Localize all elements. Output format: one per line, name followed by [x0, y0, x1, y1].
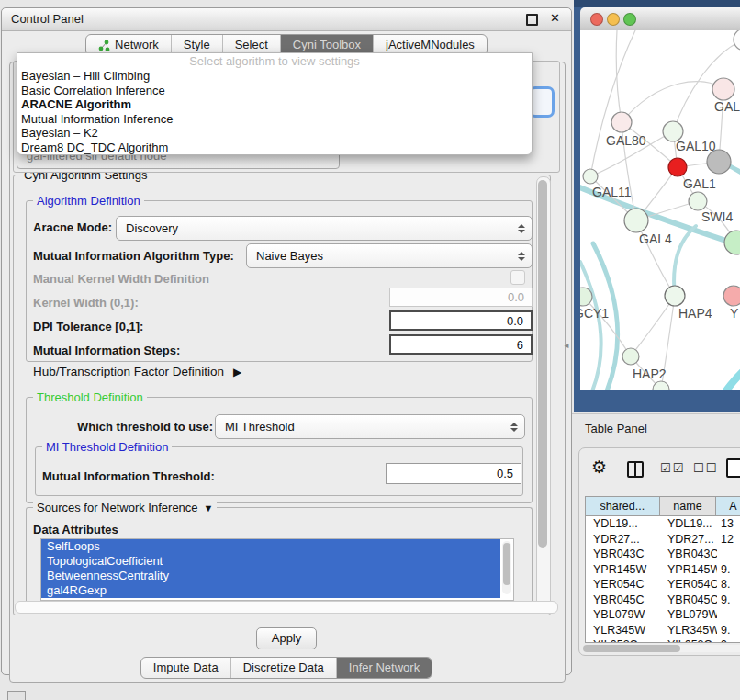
- node-label-gal80: GAL80: [606, 133, 646, 148]
- algorithm-option-dream8-dc-tdc-algorithm[interactable]: Dream8 DC_TDC Algorithm: [17, 141, 532, 155]
- table-cell: YBR045C: [660, 593, 717, 606]
- bottom-tab-discretize-data[interactable]: Discretize Data: [230, 658, 336, 678]
- unchecked-checkboxes-icon[interactable]: ☐☐: [693, 461, 718, 475]
- table-row[interactable]: YIL052CYIL052C9.: [586, 638, 740, 643]
- mi-threshold-definition-title: MI Threshold Definition: [42, 440, 172, 454]
- network-icon: [98, 40, 110, 51]
- algorithm-option-basic-correlation-inference[interactable]: Basic Correlation Inference: [17, 84, 532, 98]
- table-row[interactable]: YLR345WYLR345W9.: [586, 623, 740, 638]
- manual-kernel-checkbox[interactable]: [510, 270, 525, 285]
- node-label-swi4: SWI4: [701, 209, 733, 224]
- document-icon[interactable]: [726, 458, 740, 478]
- data-attributes-label: Data Attributes: [33, 523, 118, 536]
- network-node[interactable]: [624, 209, 648, 232]
- which-threshold-label: Which threshold to use:: [77, 420, 213, 434]
- table-cell: YBL079W: [660, 608, 717, 621]
- network-node[interactable]: [668, 158, 687, 176]
- column-header-name[interactable]: name: [660, 497, 717, 516]
- columns-icon[interactable]: [627, 461, 644, 478]
- mi-threshold-field[interactable]: 0.5: [386, 463, 521, 484]
- node-label-gal1: GAL1: [683, 176, 716, 191]
- aracne-mode-select[interactable]: Discovery: [116, 216, 533, 241]
- which-threshold-value: MI Threshold: [225, 420, 295, 434]
- network-node[interactable]: [689, 192, 707, 210]
- network-node[interactable]: [665, 286, 685, 306]
- network-node[interactable]: [724, 231, 740, 254]
- table-header-row: shared...nameA: [586, 497, 740, 516]
- table-horizontal-scrollbar[interactable]: [583, 645, 740, 652]
- attribute-item-gal4rgexp[interactable]: gal4RGexp: [41, 583, 500, 598]
- algorithm-option-bayesian-hill-climbing[interactable]: Bayesian – Hill Climbing: [17, 69, 532, 84]
- node-label-gcy1: GCY1: [580, 306, 609, 321]
- mi-steps-field[interactable]: 6: [389, 334, 533, 355]
- table-cell: YPR145W: [586, 563, 660, 576]
- kernel-width-field[interactable]: 0.0: [389, 288, 533, 307]
- algorithm-option-bayesian-k2[interactable]: Bayesian – K2: [17, 126, 532, 141]
- hub-definition-label: Hub/Transcription Factor Definition: [33, 365, 224, 378]
- apply-button[interactable]: Apply: [256, 627, 318, 649]
- algorithm-option-mutual-information-inference[interactable]: Mutual Information Inference: [17, 112, 532, 127]
- table-cell: YDL19...: [586, 517, 660, 530]
- algorithm-dropdown-popup: Select algorithm to view settings Bayesi…: [17, 52, 533, 155]
- sources-title[interactable]: Sources for Network Inference▼: [33, 501, 217, 514]
- node-attribute-table[interactable]: shared...nameAYDL19...YDL19...13YDR27...…: [585, 496, 740, 643]
- node-label-gal11: GAL11: [592, 185, 632, 199]
- table-cell: YIL052C: [586, 638, 660, 643]
- network-node[interactable]: [611, 112, 632, 132]
- algorithm-combo-focus-ring[interactable]: [529, 86, 555, 118]
- settings-vertical-scrollbar[interactable]: [536, 176, 551, 614]
- split-pane-arrow-icon[interactable]: ◄: [563, 342, 570, 350]
- table-row[interactable]: YDL19...YDL19...13: [586, 516, 740, 532]
- bottom-tabs: Impute DataDiscretize DataInfer Network: [140, 657, 432, 679]
- table-panel-title: Table Panel: [585, 422, 647, 435]
- table-row[interactable]: YBR045CYBR045C9.: [586, 593, 740, 608]
- column-header-shared[interactable]: shared...: [586, 497, 660, 516]
- table-cell: YLR345W: [586, 624, 660, 637]
- algorithm-option-aracne-algorithm[interactable]: ARACNE Algorithm: [17, 97, 532, 112]
- network-node[interactable]: [583, 169, 598, 184]
- attribute-item-topologicalcoefficient[interactable]: TopologicalCoefficient: [41, 554, 500, 569]
- close-traffic-light[interactable]: [590, 13, 603, 26]
- network-canvas[interactable]: GALGAL80GAL10GAL11GAL1SWI4GAL4GCY1HAP4YH…: [580, 30, 740, 390]
- hub-definition-expander[interactable]: Hub/Transcription Factor Definition▶: [33, 365, 241, 378]
- network-node[interactable]: [734, 30, 740, 51]
- data-attributes-list[interactable]: SelfLoopsTopologicalCoefficientBetweenne…: [40, 538, 514, 601]
- network-node[interactable]: [712, 78, 734, 100]
- network-window-titlebar[interactable]: [580, 7, 740, 31]
- spinner-arrows-icon: [518, 252, 525, 261]
- close-icon[interactable]: ✕: [550, 11, 560, 25]
- table-row[interactable]: YBR043CYBR043C: [586, 547, 740, 562]
- table-row[interactable]: YBL079WYBL079W: [586, 607, 740, 623]
- settings-horizontal-scrollbar[interactable]: [15, 601, 558, 614]
- column-header-a[interactable]: A: [716, 497, 740, 516]
- node-label-y: Y: [730, 306, 739, 321]
- mini-panel-button[interactable]: [7, 691, 26, 700]
- aracne-mode-value: Discovery: [126, 221, 178, 235]
- zoom-traffic-light[interactable]: [623, 13, 636, 26]
- node-label-hap4: HAP4: [678, 306, 712, 321]
- mi-type-select[interactable]: Naive Bayes: [246, 243, 533, 268]
- table-row[interactable]: YDR27...YDR27...12: [586, 532, 740, 548]
- table-row[interactable]: YER054CYER054C8.: [586, 577, 740, 593]
- network-node[interactable]: [723, 286, 740, 306]
- table-cell: 9.: [717, 563, 740, 576]
- mi-steps-label: Mutual Information Steps:: [33, 344, 180, 357]
- table-row[interactable]: YPR145WYPR145W9.: [586, 562, 740, 578]
- network-node[interactable]: [622, 348, 639, 365]
- checked-checkboxes-icon[interactable]: ☑☑: [660, 461, 685, 475]
- attribute-item-selfloops[interactable]: SelfLoops: [41, 539, 500, 554]
- manual-kernel-label: Manual Kernel Width Definition: [33, 272, 209, 286]
- bottom-tab-infer-network[interactable]: Infer Network: [336, 658, 432, 678]
- bottom-tab-impute-data[interactable]: Impute Data: [141, 658, 230, 678]
- which-threshold-select[interactable]: MI Threshold: [215, 414, 525, 439]
- dpi-tolerance-field[interactable]: 0.0: [389, 310, 533, 331]
- gear-icon[interactable]: ⚙: [591, 457, 607, 478]
- table-cell: YDR27...: [586, 533, 660, 546]
- float-icon[interactable]: [526, 14, 538, 26]
- minimize-traffic-light[interactable]: [607, 13, 620, 26]
- network-window-frame: [574, 0, 740, 7]
- attributes-scrollbar[interactable]: [502, 541, 511, 594]
- expand-arrow-icon: ▶: [233, 366, 241, 378]
- attribute-item-betweennesscentrality[interactable]: BetweennessCentrality: [41, 569, 500, 583]
- table-cell: YDR27...: [660, 533, 717, 546]
